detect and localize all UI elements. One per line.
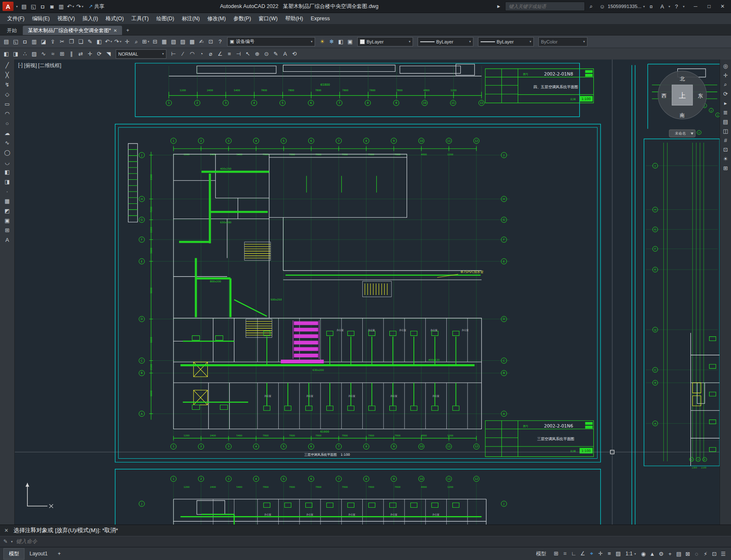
viewcube-north[interactable]: 北 [680,76,685,82]
menu-item-11[interactable]: 帮助(H) [281,14,307,24]
linetype-combo[interactable]: ByLayer ▾ [418,37,473,46]
app-menu-caret-icon[interactable]: ▾ [16,5,18,8]
layout1-tab[interactable]: Layout1 [24,549,53,558]
search-box[interactable] [505,2,585,11]
tolerance-icon[interactable]: ⊕ [253,50,262,58]
menu-item-2[interactable]: 视图(V) [54,14,79,24]
save-as-icon[interactable]: ◙ [47,2,57,11]
dim-arc-icon[interactable]: ◠ [188,50,197,58]
text-edit-icon[interactable]: A [280,50,290,58]
save-icon[interactable]: ◘ [20,37,30,46]
quickcalc-icon[interactable]: ⊡ [206,37,215,46]
autoscale-icon[interactable]: ▲ [648,549,657,558]
polyline-edit-icon[interactable]: ∿ [39,50,48,58]
cad-drawing[interactable]: 1200240054007800780078007800780078004800… [15,60,720,525]
navigation-wheel-icon[interactable]: ◎ [721,61,730,70]
store-cart-icon[interactable]: ¤ [647,2,656,11]
match-properties-icon[interactable]: ✎ [85,37,95,46]
lock-ui-icon[interactable]: ⊠ [683,549,692,558]
blocks-panel-icon[interactable]: ◫ [721,126,730,135]
command-caret-icon[interactable]: ▾ [11,540,13,544]
views-icon[interactable]: ⊡ [721,145,730,154]
new-icon[interactable]: ▤ [19,2,29,11]
polygon-icon[interactable]: ◇ [2,89,13,99]
make-block-icon[interactable]: ◨ [2,177,13,187]
layer-lock-icon[interactable]: ◧ [336,38,345,46]
grid-icon[interactable]: ⊞ [552,549,560,558]
osnap-icon[interactable]: ⌖ [587,549,596,558]
cut-icon[interactable]: ✂ [57,37,67,46]
insert-block-icon[interactable]: ◧ [2,50,11,58]
customize-icon[interactable]: ☰ [719,549,728,558]
show-motion-icon[interactable]: ▸ [721,98,730,108]
hatch-icon[interactable]: ▨ [30,50,39,58]
zoom-window-icon[interactable]: ⊞▾ [141,37,150,46]
zoom-previous-icon[interactable]: ⊟ [150,37,160,46]
layer-on-icon[interactable]: ☀ [318,38,327,46]
point-style-icon[interactable]: ∴ [20,50,30,58]
maximize-button[interactable]: □ [702,1,716,12]
viewport-minimize-control[interactable]: [-] [18,62,23,69]
circle-icon[interactable]: ○ [2,119,13,128]
dim-edit-icon[interactable]: ✎ [271,50,280,58]
zoom-realtime-icon[interactable]: ⌕ [132,38,141,46]
osnap-tracking-icon[interactable]: ✛ [596,549,605,558]
mirror-icon[interactable]: ⇄ [76,50,85,58]
table-icon[interactable]: ⊞ [2,225,13,235]
search-icon[interactable]: ⌕ [587,2,596,11]
viewcube-south[interactable]: 南 [680,112,685,118]
insert-block-icon[interactable]: ◧ [2,167,13,177]
spline-icon[interactable]: ∿ [2,138,13,148]
equipment-number-combo[interactable]: ▣ 设备编号 ▾ [227,37,315,46]
transparency-icon[interactable]: ▨ [614,549,622,558]
center-mark-icon[interactable]: ⊙ [262,50,271,58]
rotate-icon[interactable]: ⟳ [95,50,104,58]
open-icon[interactable]: ◱ [11,37,20,46]
graphics-performance-icon[interactable]: ⚡ [701,549,710,558]
menu-item-8[interactable]: 修改(M) [204,14,230,24]
pan-icon[interactable]: ✛ [721,70,730,80]
help-icon[interactable]: ? [215,37,225,46]
clean-screen-icon[interactable]: ⊡ [710,549,719,558]
layer-color-icon[interactable]: ▣ [345,38,355,46]
region-icon[interactable]: ▣ [2,216,13,225]
tab-current-drawing[interactable]: 某塑木制品厂综合楼中央空调全套图* ✕ [23,26,122,35]
viewcube[interactable]: 北 南 西 东 上 未命名 [658,71,707,137]
grid-panel-icon[interactable]: ⊞ [721,163,730,173]
help-menu[interactable]: ? ▾ [672,2,685,11]
ortho-icon[interactable]: ∟ [569,549,578,558]
lineweight-combo[interactable]: ByLayer ▾ [478,37,534,46]
model-space-toggle[interactable]: 模型 [531,549,551,559]
menu-item-6[interactable]: 绘图(D) [152,14,178,24]
publish-icon[interactable]: ⇪ [48,37,57,46]
make-block-icon[interactable]: ◨ [11,50,20,58]
viewcube-west[interactable]: 西 [661,93,666,99]
rectangle-icon[interactable]: ▭ [2,99,13,109]
arc-icon[interactable]: ◠ [2,109,13,119]
mtext-icon[interactable]: A [2,235,13,245]
open-folder-icon[interactable]: ◱ [29,2,38,11]
sun-icon[interactable]: ☀ [721,154,730,163]
viewport-view-control[interactable]: [俯视] [24,62,37,69]
dim-aligned-icon[interactable]: ∕ [178,50,188,58]
save-icon[interactable]: ◘ [38,2,47,11]
design-center-icon[interactable]: ▧ [169,37,178,46]
dim-linear-icon[interactable]: ⊢ [169,50,178,58]
menu-item-5[interactable]: 工具(T) [128,14,152,24]
plot-preview-icon[interactable]: ◪ [39,37,48,46]
array-icon[interactable]: ⊞ [57,50,67,58]
tab-start[interactable]: 开始 [2,26,22,35]
dim-continue-icon[interactable]: ⊣ [234,50,243,58]
tab-close-icon[interactable]: ✕ [114,28,117,33]
menu-item-12[interactable]: Express [307,14,334,23]
search-input[interactable] [508,3,582,9]
app-logo[interactable]: A [3,2,14,11]
view-name-menu[interactable]: 未命名 [675,131,686,135]
spline-edit-icon[interactable]: ≈ [48,50,57,58]
quick-properties-icon[interactable]: ▤ [674,549,683,558]
command-input[interactable] [15,538,728,545]
viewcube-east[interactable]: 东 [698,93,703,99]
undo-icon[interactable]: ↶▾ [66,2,75,11]
orbit-icon[interactable]: ⟳ [721,89,730,98]
markup-set-manager-icon[interactable]: ✍ [197,37,206,46]
